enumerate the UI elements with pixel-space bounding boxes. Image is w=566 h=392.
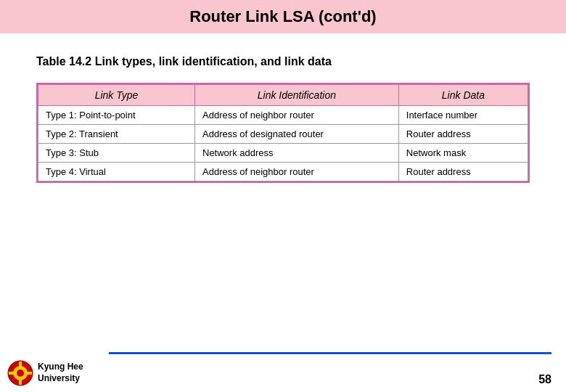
col-header-link-data: Link Data [398, 85, 528, 106]
table-cell-2-1: Network address [195, 144, 399, 163]
footer-divider [109, 352, 551, 354]
slide: Router Link LSA (cont'd) Table 14.2 Link… [0, 0, 566, 392]
title-bar: Router Link LSA (cont'd) [0, 0, 566, 33]
svg-rect-5 [9, 372, 15, 375]
table-row: Type 3: StubNetwork addressNetwork mask [38, 144, 528, 163]
table-cell-2-2: Network mask [398, 144, 528, 163]
table-cell-3-2: Router address [398, 163, 528, 181]
table-row: Type 4: VirtualAddress of neighbor route… [38, 163, 528, 181]
table-row: Type 1: Point-to-pointAddress of neighbo… [38, 106, 528, 125]
table-cell-0-1: Address of neighbor router [195, 106, 399, 125]
link-types-table: Link Type Link Identification Link Data … [38, 84, 528, 181]
table-cell-0-2: Interface number [398, 106, 528, 125]
table-cell-0-0: Type 1: Point-to-point [38, 106, 195, 125]
table-cell-3-0: Type 4: Virtual [38, 163, 195, 181]
main-content: Table 14.2 Link types, link identificati… [0, 48, 566, 183]
svg-rect-6 [26, 372, 32, 375]
table-cell-1-0: Type 2: Transient [38, 125, 195, 144]
svg-point-2 [17, 369, 24, 377]
footer: Kyung Hee University 58 [0, 360, 566, 392]
university-logo-icon [7, 360, 33, 386]
university-name: Kyung Hee University [38, 362, 83, 384]
page-number: 58 [538, 373, 551, 386]
col-header-link-id: Link Identification [195, 85, 399, 106]
table-container: Link Type Link Identification Link Data … [36, 83, 530, 183]
table-row: Type 2: TransientAddress of designated r… [38, 125, 528, 144]
svg-rect-4 [19, 379, 22, 385]
table-cell-1-1: Address of designated router [195, 125, 399, 144]
university-logo: Kyung Hee University [7, 360, 83, 386]
col-header-link-type: Link Type [38, 85, 195, 106]
table-cell-3-1: Address of neighbor router [195, 163, 399, 181]
table-cell-1-2: Router address [398, 125, 528, 144]
svg-rect-3 [19, 362, 22, 367]
subtitle: Table 14.2 Link types, link identificati… [36, 55, 530, 68]
slide-title: Router Link LSA (cont'd) [189, 7, 376, 25]
table-cell-2-0: Type 3: Stub [38, 144, 195, 163]
